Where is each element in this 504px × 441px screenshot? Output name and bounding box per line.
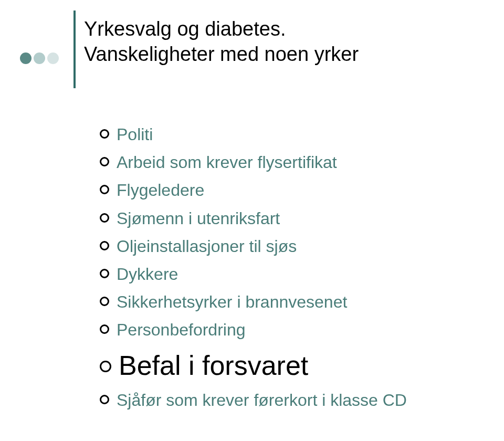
bullet-icon [100,241,109,250]
list-item: Befal i forsvaret [100,349,504,382]
list-item: Arbeid som krever flysertifikat [100,151,504,174]
bullet-icon [100,324,109,334]
bullet-icon [100,297,109,306]
list-item: Politi [100,123,504,146]
bullet-icon [100,157,109,166]
decorative-dots [20,52,59,64]
list-item-label: Arbeid som krever flysertifikat [117,151,337,174]
vertical-divider [74,10,76,88]
list-item: Sikkerhetsyrker i brannvesenet [100,291,504,313]
list-item: Personbefordring [100,319,504,341]
dot-icon [34,52,45,64]
list-item: Oljeinstallasjoner til sjøs [100,235,504,258]
dot-icon [20,52,32,64]
bullet-icon [100,129,109,139]
list-item: Sjømenn i utenriksfart [100,207,504,230]
list-item-label: Sjømenn i utenriksfart [117,207,280,230]
bullet-icon [100,185,109,194]
list-item-label: Dykkere [117,263,178,286]
bullet-icon [100,361,111,372]
list-item-label: Sjåfør som krever førerkort i klasse CD [117,389,407,412]
title-line-2: Vanskeligheter med noen yrker [84,42,359,67]
list-item-label: Flygeledere [117,179,204,202]
list-item-label: Oljeinstallasjoner til sjøs [117,235,297,258]
list-item: Dykkere [100,263,504,286]
list-item-label: Befal i forsvaret [119,349,308,382]
slide-header: Yrkesvalg og diabetes. Vanskeligheter me… [0,0,504,92]
list-item-label: Sikkerhetsyrker i brannvesenet [117,291,347,313]
list-item-label: Personbefordring [117,319,245,341]
bullet-icon [100,269,109,278]
list-item: Sjåfør som krever førerkort i klasse CD [100,389,504,412]
bullet-icon [100,395,109,404]
slide-content: Politi Arbeid som krever flysertifikat F… [0,92,504,412]
dot-icon [47,52,59,64]
title-line-1: Yrkesvalg og diabetes. [84,17,359,42]
bullet-icon [100,213,109,223]
list-item: Flygeledere [100,179,504,202]
slide-title: Yrkesvalg og diabetes. Vanskeligheter me… [84,17,359,67]
bullet-list: Politi Arbeid som krever flysertifikat F… [100,123,504,412]
list-item-label: Politi [117,123,153,146]
